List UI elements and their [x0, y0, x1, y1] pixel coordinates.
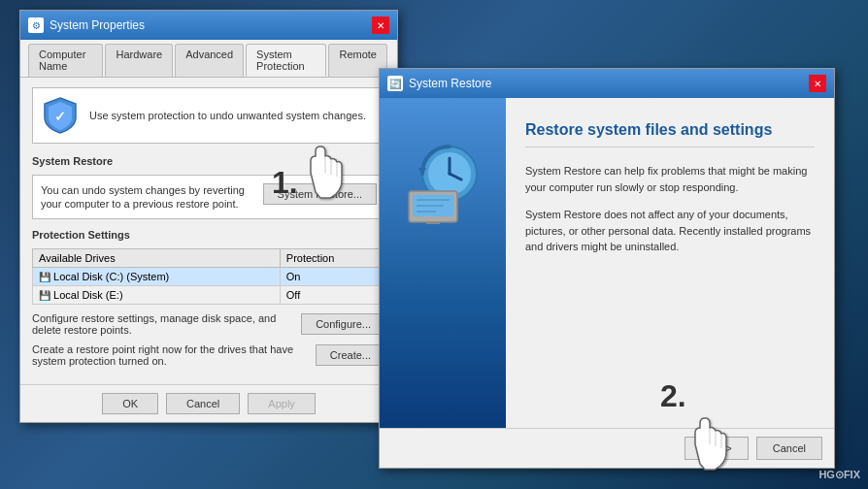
system-restore-description: You can undo system changes by reverting…	[41, 184, 245, 210]
restore-heading: Restore system files and settings	[525, 121, 815, 147]
restore-icon	[399, 137, 486, 224]
hand-cursor-1	[301, 144, 350, 202]
system-properties-icon: ⚙	[28, 17, 44, 33]
tabs-bar: Computer Name Hardware Advanced System P…	[20, 40, 397, 78]
system-properties-title: System Properties	[50, 18, 145, 32]
ok-button[interactable]: OK	[102, 393, 158, 414]
configure-section: Configure restore settings, manage disk …	[32, 312, 385, 336]
drive-c-protection: On	[280, 268, 384, 286]
protection-settings-label: Protection Settings	[32, 229, 385, 243]
col-drives: Available Drives	[33, 249, 281, 268]
apply-button: Apply	[248, 393, 316, 414]
svg-rect-11	[426, 222, 440, 224]
dialog-body: ✓ Use system protection to undo unwanted…	[20, 78, 397, 384]
annotation-1: 1.	[272, 165, 298, 201]
restore-body: Restore system files and settings System…	[380, 98, 834, 428]
restore-footer: Next > Cancel	[380, 428, 834, 468]
restore-description-1: System Restore can help fix problems tha…	[525, 163, 815, 195]
dialog-footer: OK Cancel Apply	[20, 384, 397, 422]
restore-close-button[interactable]: ✕	[809, 75, 826, 92]
shield-icon: ✓	[41, 96, 80, 135]
svg-rect-13	[417, 199, 450, 201]
restore-cancel-button[interactable]: Cancel	[756, 437, 822, 460]
system-restore-dialog: 🔄 System Restore ✕	[379, 68, 835, 469]
tab-system-protection[interactable]: System Protection	[246, 44, 326, 77]
cancel-button[interactable]: Cancel	[166, 393, 240, 414]
create-section: Create a restore point right now for the…	[32, 343, 385, 367]
hand-cursor-2	[685, 415, 734, 473]
table-row[interactable]: 💾 Local Disk (E:) Off	[33, 286, 385, 305]
table-row[interactable]: 💾 Local Disk (C:) (System) On	[33, 268, 385, 286]
close-button[interactable]: ✕	[372, 16, 389, 34]
tab-hardware[interactable]: Hardware	[105, 44, 173, 77]
configure-button[interactable]: Configure...	[301, 313, 385, 335]
drive-e-protection: Off	[280, 286, 384, 305]
tab-advanced[interactable]: Advanced	[175, 44, 244, 77]
drive-c-name: 💾 Local Disk (C:) (System)	[33, 268, 281, 286]
svg-text:✓: ✓	[54, 109, 66, 124]
col-protection: Protection	[280, 249, 384, 268]
tab-computer-name[interactable]: Computer Name	[28, 44, 103, 77]
system-properties-dialog: ⚙ System Properties ✕ Computer Name Hard…	[19, 10, 398, 423]
header-section: ✓ Use system protection to undo unwanted…	[32, 87, 385, 144]
restore-description-2: System Restore does not affect any of yo…	[525, 207, 815, 255]
restore-titlebar: 🔄 System Restore ✕	[380, 69, 834, 98]
create-button[interactable]: Create...	[316, 344, 385, 366]
drives-table: Available Drives Protection 💾 Local Disk…	[32, 248, 385, 305]
header-text: Use system protection to undo unwanted s…	[89, 110, 366, 121]
restore-left-panel	[380, 98, 506, 428]
create-text: Create a restore point right now for the…	[32, 343, 316, 367]
annotation-2: 2.	[660, 378, 686, 414]
drive-e-name: 💾 Local Disk (E:)	[33, 286, 281, 305]
restore-titlebar-left: 🔄 System Restore	[387, 76, 491, 91]
watermark: HG⊙FIX	[818, 469, 860, 481]
svg-rect-14	[417, 205, 444, 207]
svg-rect-15	[417, 211, 436, 212]
titlebar-left: ⚙ System Properties	[28, 17, 145, 33]
system-properties-titlebar: ⚙ System Properties ✕	[20, 11, 397, 40]
configure-text: Configure restore settings, manage disk …	[32, 312, 301, 336]
restore-dialog-icon: 🔄	[387, 76, 403, 91]
restore-dialog-title: System Restore	[409, 77, 491, 90]
